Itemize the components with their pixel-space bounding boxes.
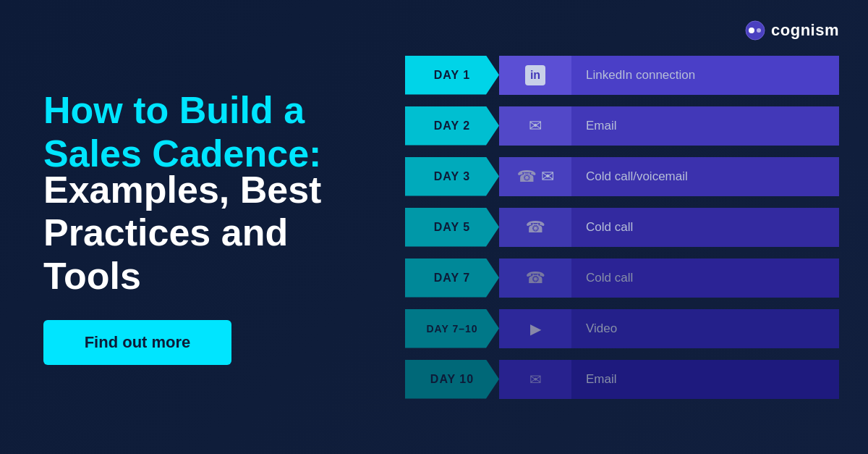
action-cell-6: Video [571, 309, 839, 348]
phone-icon-3: ☎ [517, 167, 537, 186]
day-label-3: DAY 3 [405, 157, 499, 196]
cadence-row-day7: DAY 7 ☎ Cold call [405, 256, 839, 300]
icon-cell-7: ✉ [499, 360, 571, 399]
video-icon: ▶ [530, 320, 541, 337]
cadence-row-day5: DAY 5 ☎ Cold call [405, 205, 839, 250]
day-label-6: DAY 7–10 [405, 309, 499, 348]
cadence-chart: DAY 1 in LinkedIn connection DAY 2 ✉ Ema… [391, 24, 868, 431]
icon-cell-5: ☎ [499, 258, 571, 298]
svg-point-2 [757, 28, 761, 33]
icon-cell-1: in [499, 56, 571, 95]
action-cell-2: Email [571, 106, 839, 146]
action-label-3: Cold call/voicemail [586, 169, 688, 184]
find-out-more-button[interactable]: Find out more [43, 320, 231, 365]
email-icon-7: ✉ [529, 371, 542, 388]
day-label-7: DAY 10 [405, 360, 499, 399]
cadence-row-day7-10: DAY 7–10 ▶ Video [405, 306, 839, 351]
email-icon-2: ✉ [529, 117, 542, 135]
day-label-5: DAY 7 [405, 258, 499, 298]
icon-cell-3: ☎ ✉ [499, 157, 571, 196]
action-cell-5: Cold call [571, 258, 839, 298]
action-cell-7: Email [571, 360, 839, 399]
day-label-1: DAY 1 [405, 56, 499, 95]
cadence-row-day3: DAY 3 ☎ ✉ Cold call/voicemail [405, 154, 839, 199]
icon-cell-6: ▶ [499, 309, 571, 348]
action-label-6: Video [586, 321, 617, 336]
cadence-row-day10: DAY 10 ✉ Email [405, 357, 839, 402]
icon-cell-2: ✉ [499, 106, 571, 146]
action-cell-1: LinkedIn connection [571, 56, 839, 95]
action-label-4: Cold call [586, 220, 633, 235]
logo-text: cognism [771, 21, 839, 40]
title-line1: How to Build a [43, 89, 347, 133]
action-cell-4: Cold call [571, 208, 839, 247]
action-cell-3: Cold call/voicemail [571, 157, 839, 196]
linkedin-icon: in [525, 65, 545, 85]
svg-point-1 [749, 28, 754, 33]
subtitle: Examples, BestPractices andTools [43, 169, 347, 298]
action-label-5: Cold call [586, 271, 633, 285]
icon-cell-4: ☎ [499, 208, 571, 247]
action-label-2: Email [586, 119, 617, 133]
action-label-1: LinkedIn connection [586, 68, 695, 83]
action-label-7: Email [586, 372, 617, 387]
cadence-row-day2: DAY 2 ✉ Email [405, 104, 839, 148]
page: cognism How to Build a Sales Cadence: Ex… [0, 0, 868, 454]
phone-icon-4: ☎ [526, 218, 545, 237]
cadence-row-day1: DAY 1 in LinkedIn connection [405, 53, 839, 98]
day-label-2: DAY 2 [405, 106, 499, 146]
email-icon-3: ✉ [541, 167, 554, 186]
phone-icon-5: ☎ [526, 269, 545, 287]
svg-point-0 [746, 21, 765, 40]
main-heading: How to Build a Sales Cadence: Examples, … [43, 89, 347, 298]
day-label-4: DAY 5 [405, 208, 499, 247]
phone-email-icons: ☎ ✉ [517, 167, 554, 186]
left-section: How to Build a Sales Cadence: Examples, … [0, 53, 391, 401]
cognism-logo-icon [745, 20, 765, 41]
logo: cognism [745, 20, 839, 41]
